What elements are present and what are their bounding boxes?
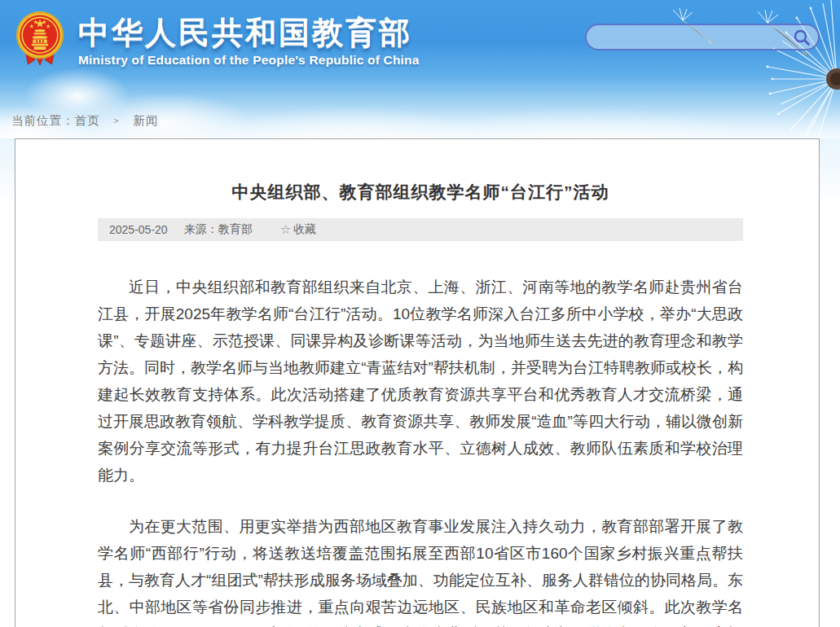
- chevron-separator-icon: ＞: [112, 114, 122, 128]
- search-button[interactable]: [790, 25, 818, 49]
- site-title: 中华人民共和国教育部: [78, 16, 420, 50]
- article-date: 2025-05-20: [109, 223, 168, 236]
- national-emblem-logo: [15, 8, 65, 70]
- favorite-button[interactable]: ☆ 收藏: [280, 222, 316, 237]
- favorite-label: 收藏: [293, 222, 316, 237]
- breadcrumb-label: 当前位置：: [11, 113, 75, 129]
- article-paragraph-1: 近日，中央组织部和教育部组织来自北京、上海、浙江、河南等地的教学名师赴贵州省台江…: [98, 274, 743, 489]
- page: 中华人民共和国教育部 Ministry of Education of the …: [0, 0, 840, 627]
- article-source: 来源：教育部: [184, 222, 253, 237]
- article-meta-bar: 2025-05-20 来源：教育部 ☆ 收藏: [98, 218, 743, 241]
- star-icon: ☆: [280, 222, 291, 237]
- breadcrumb-current-link[interactable]: 新闻: [134, 113, 159, 129]
- article-body: 近日，中央组织部和教育部组织来自北京、上海、浙江、河南等地的教学名师赴贵州省台江…: [98, 274, 743, 627]
- breadcrumb-home-link[interactable]: 首页: [75, 113, 100, 129]
- search-input[interactable]: [587, 25, 790, 49]
- article-paragraph-2: 为在更大范围、用更实举措为西部地区教育事业发展注入持久动力，教育部部署开展了教学…: [98, 513, 743, 627]
- article-card: 中央组织部、教育部组织教学名师“台江行”活动 2025-05-20 来源：教育部…: [15, 138, 820, 627]
- search-icon: [793, 28, 811, 46]
- site-brand[interactable]: 中华人民共和国教育部 Ministry of Education of the …: [15, 8, 420, 70]
- site-subtitle: Ministry of Education of the People's Re…: [78, 53, 420, 68]
- search-box: [585, 24, 820, 50]
- brand-text: 中华人民共和国教育部 Ministry of Education of the …: [78, 8, 420, 68]
- breadcrumb: 当前位置： 首页 ＞ 新闻: [11, 113, 159, 129]
- article-title: 中央组织部、教育部组织教学名师“台江行”活动: [98, 181, 743, 204]
